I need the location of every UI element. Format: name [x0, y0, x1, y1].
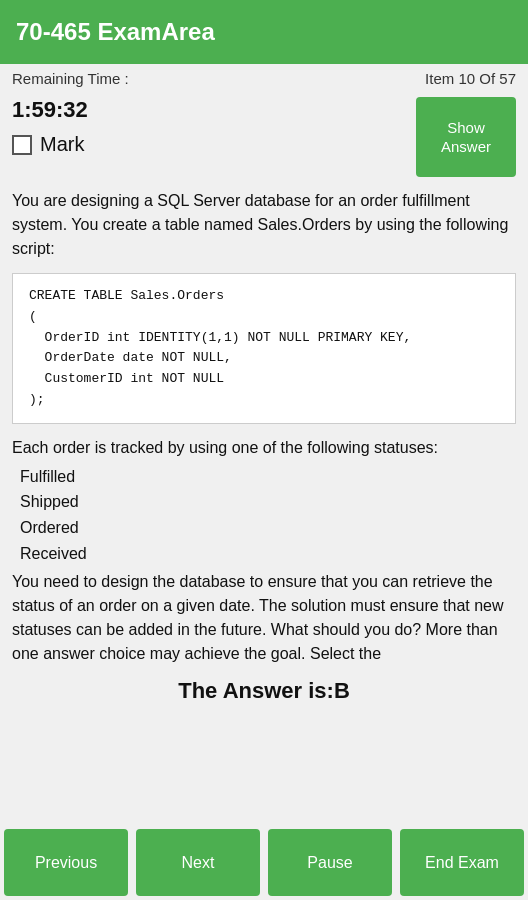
timer-row: 1:59:32 Mark Show Answer	[0, 93, 528, 181]
code-block: CREATE TABLE Sales.Orders ( OrderID int …	[12, 273, 516, 424]
app-title: 70-465 ExamArea	[16, 18, 215, 46]
app-header: 70-465 ExamArea	[0, 0, 528, 64]
question-part2: Each order is tracked by using one of th…	[12, 436, 516, 460]
bottom-navigation: Previous Next Pause End Exam	[0, 825, 528, 900]
status-item: Received	[20, 541, 516, 567]
statuses-list: FulfilledShippedOrderedReceived	[12, 464, 516, 566]
timer-display: 1:59:32	[12, 97, 88, 123]
meta-bar: Remaining Time : Item 10 Of 57	[0, 64, 528, 93]
next-button[interactable]: Next	[136, 829, 260, 896]
item-counter: Item 10 Of 57	[425, 70, 516, 87]
status-item: Fulfilled	[20, 464, 516, 490]
question-part3: You need to design the database to ensur…	[12, 570, 516, 666]
status-item: Ordered	[20, 515, 516, 541]
timer-left: 1:59:32 Mark	[12, 97, 88, 156]
end-exam-button[interactable]: End Exam	[400, 829, 524, 896]
show-answer-button[interactable]: Show Answer	[416, 97, 516, 177]
mark-label: Mark	[40, 133, 84, 156]
remaining-time-label: Remaining Time :	[12, 70, 129, 87]
answer-reveal: The Answer is:B	[12, 678, 516, 704]
question-part1: You are designing a SQL Server database …	[12, 189, 516, 261]
mark-checkbox[interactable]	[12, 135, 32, 155]
previous-button[interactable]: Previous	[4, 829, 128, 896]
pause-button[interactable]: Pause	[268, 829, 392, 896]
mark-row: Mark	[12, 133, 88, 156]
status-item: Shipped	[20, 489, 516, 515]
content-area: You are designing a SQL Server database …	[0, 181, 528, 825]
